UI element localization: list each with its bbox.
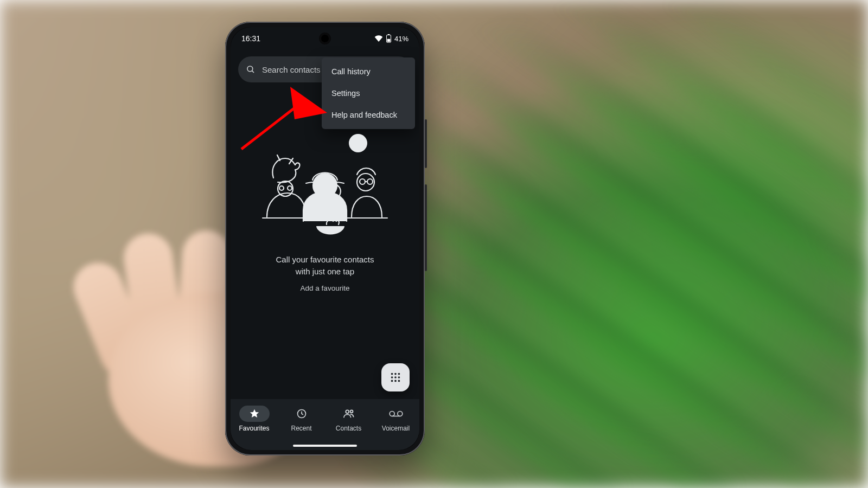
nav-item-recent[interactable]: Recent <box>278 406 325 432</box>
svg-rect-1 <box>388 34 390 35</box>
svg-point-23 <box>394 376 397 378</box>
empty-state-line2: with just one tap <box>231 266 419 278</box>
nav-item-favourites[interactable]: Favourites <box>231 406 278 432</box>
nav-item-contacts[interactable]: Contacts <box>325 406 372 432</box>
svg-point-30 <box>350 410 353 413</box>
svg-point-27 <box>398 380 400 382</box>
svg-line-4 <box>252 70 254 73</box>
svg-point-10 <box>288 186 292 190</box>
status-bar: 16:31 41% <box>231 27 419 50</box>
nav-label-recent: Recent <box>291 425 311 432</box>
contacts-icon <box>343 408 355 419</box>
search-placeholder: Search contacts <box>262 65 321 74</box>
clock-icon <box>296 408 307 419</box>
svg-point-31 <box>390 412 394 416</box>
menu-item-settings[interactable]: Settings <box>322 82 415 104</box>
svg-point-16 <box>367 179 373 184</box>
gesture-handle[interactable] <box>293 445 357 447</box>
wifi-icon <box>374 35 383 42</box>
svg-rect-2 <box>387 39 391 42</box>
menu-item-help-feedback[interactable]: Help and feedback <box>322 104 415 126</box>
empty-state-line1: Call your favourite contacts <box>231 254 419 266</box>
nav-item-voicemail[interactable]: Voicemail <box>372 406 419 432</box>
phone-screen: 16:31 41% Search contacts Call history S… <box>231 27 419 450</box>
nav-label-voicemail: Voicemail <box>382 425 410 432</box>
svg-point-29 <box>346 410 349 413</box>
favourites-illustration <box>252 130 398 244</box>
svg-point-3 <box>247 66 253 72</box>
svg-point-19 <box>391 373 393 375</box>
svg-point-25 <box>391 380 393 382</box>
svg-point-7 <box>349 134 367 152</box>
status-battery-text: 41% <box>394 35 409 43</box>
svg-point-22 <box>391 376 393 378</box>
svg-point-26 <box>394 380 397 382</box>
search-icon <box>246 65 256 74</box>
svg-point-24 <box>398 376 400 378</box>
voicemail-icon <box>389 410 403 418</box>
phone-frame: 16:31 41% Search contacts Call history S… <box>225 22 425 455</box>
menu-item-call-history[interactable]: Call history <box>322 61 415 82</box>
status-time: 16:31 <box>241 34 260 43</box>
overflow-menu: Call history Settings Help and feedback <box>322 57 415 129</box>
svg-point-21 <box>398 373 400 375</box>
dialpad-fab[interactable] <box>381 363 410 391</box>
svg-point-32 <box>397 412 402 416</box>
star-icon <box>249 408 260 419</box>
dialpad-icon <box>390 371 401 383</box>
status-right: 41% <box>374 34 409 43</box>
nav-label-favourites: Favourites <box>239 425 269 432</box>
empty-state-message: Call your favourite contacts with just o… <box>231 254 419 278</box>
battery-icon <box>386 34 392 43</box>
svg-point-9 <box>279 186 284 190</box>
svg-point-20 <box>394 373 397 375</box>
bottom-nav: Favourites Recent Contacts Voicemail <box>231 399 419 450</box>
add-favourite-button[interactable]: Add a favourite <box>231 284 419 292</box>
svg-point-15 <box>360 179 365 184</box>
nav-label-contacts: Contacts <box>336 425 361 432</box>
